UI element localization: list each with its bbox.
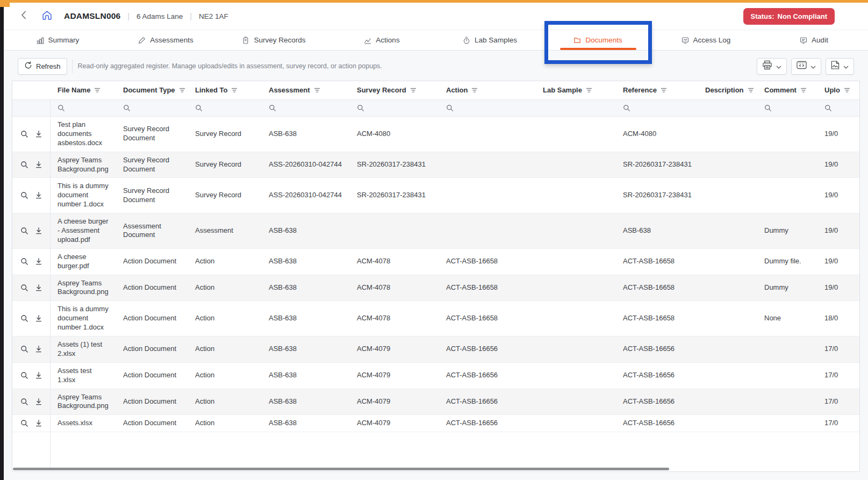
column-header-linked_to[interactable]: Linked To: [188, 86, 261, 95]
table-row[interactable]: Asprey Teams Background.pngAction Docume…: [12, 389, 859, 415]
preview-icon[interactable]: [20, 314, 28, 323]
filter-cell-survey_record[interactable]: [349, 104, 439, 112]
table-row[interactable]: Assets.xlsxAction DocumentActionASB-638A…: [12, 415, 859, 432]
download-icon[interactable]: [35, 284, 42, 292]
home-button[interactable]: [39, 9, 54, 24]
download-icon[interactable]: [35, 371, 42, 379]
breadcrumb-separator: |: [190, 12, 192, 20]
filter-cell-comment[interactable]: [757, 104, 817, 112]
horizontal-scrollbar[interactable]: [13, 468, 669, 470]
table-row[interactable]: Asprey Teams Background.pngSurvey Record…: [12, 152, 859, 178]
cell-reference: SR-20260317-238431: [615, 156, 698, 173]
table-row[interactable]: A cheese burger.pdfAction DocumentAction…: [12, 249, 859, 275]
download-icon[interactable]: [35, 257, 42, 266]
export-code-button[interactable]: [791, 58, 821, 75]
status-label: Status:: [751, 12, 774, 20]
column-header-file_name[interactable]: File Name: [50, 86, 116, 95]
preview-icon[interactable]: [20, 371, 28, 379]
header-filter-icon[interactable]: [748, 88, 754, 93]
breadcrumb-separator: |: [127, 12, 130, 20]
download-icon[interactable]: [35, 345, 42, 353]
tab-survey-records[interactable]: Survey Records: [220, 30, 328, 50]
header-filter-icon[interactable]: [231, 88, 238, 93]
preview-icon[interactable]: [20, 257, 28, 266]
column-header-document_type[interactable]: Document Type: [116, 86, 188, 95]
header-filter-icon[interactable]: [800, 88, 807, 93]
column-header-reference[interactable]: Reference: [615, 86, 698, 95]
tab-documents[interactable]: Documents: [544, 30, 652, 50]
column-header-survey_record[interactable]: Survey Record: [349, 86, 439, 95]
header-filter-icon[interactable]: [314, 88, 320, 93]
cell-lab_sample: [535, 258, 615, 266]
tab-audit[interactable]: Audit: [760, 30, 868, 50]
column-header-comment[interactable]: Comment: [757, 86, 817, 95]
table-row[interactable]: Test plan documents asbestos.docxSurvey …: [12, 117, 859, 152]
preview-icon[interactable]: [20, 227, 28, 235]
download-icon[interactable]: [35, 314, 42, 323]
header-filter-icon[interactable]: [661, 88, 667, 93]
download-icon[interactable]: [35, 161, 42, 169]
column-header-action[interactable]: Action: [439, 86, 535, 95]
filter-cell-action[interactable]: [439, 104, 535, 112]
download-icon[interactable]: [35, 227, 42, 235]
preview-icon[interactable]: [20, 419, 28, 427]
download-icon[interactable]: [35, 398, 42, 406]
filter-cell-linked_to[interactable]: [188, 104, 261, 112]
cell-linked_to: Action: [188, 393, 261, 410]
search-icon: [195, 104, 203, 112]
cell-action: ACT-ASB-16658: [439, 253, 535, 270]
cell-survey_record: ACM-4080: [349, 126, 439, 142]
column-header-label: Description: [705, 86, 744, 95]
filter-cell-document_type[interactable]: [116, 104, 188, 112]
cell-file_name: Assets.xlsx: [50, 415, 116, 432]
tab-summary[interactable]: Summary: [4, 30, 112, 50]
tab-assessments[interactable]: Assessments: [112, 30, 220, 50]
column-header-lab_sample[interactable]: Lab Sample: [535, 86, 615, 95]
tab-actions[interactable]: Actions: [328, 30, 436, 50]
header-filter-icon[interactable]: [179, 88, 185, 93]
column-header-assessment[interactable]: Assessment: [261, 86, 349, 95]
pencil-icon: [138, 37, 146, 44]
header-filter-icon[interactable]: [844, 88, 850, 93]
filter-cell-uploaded[interactable]: [817, 104, 860, 112]
search-icon: [446, 104, 454, 112]
tab-access-log[interactable]: Access Log: [652, 30, 760, 50]
export-buttons: [757, 58, 854, 75]
download-icon[interactable]: [35, 419, 42, 427]
filter-cell-file_name[interactable]: [50, 104, 116, 112]
back-button[interactable]: [17, 9, 31, 23]
table-row[interactable]: Assets (1) test 2.xlsxAction DocumentAct…: [12, 336, 859, 363]
filter-cell-reference[interactable]: [615, 104, 698, 112]
download-icon[interactable]: [35, 191, 42, 199]
preview-icon[interactable]: [20, 130, 28, 138]
preview-icon[interactable]: [20, 284, 28, 292]
table-row[interactable]: This is a dummy document number 1.docxSu…: [12, 178, 859, 213]
table-row[interactable]: This is a dummy document number 1.docxAc…: [12, 301, 859, 336]
table-row[interactable]: Asprey Teams Background.pngAction Docume…: [12, 275, 859, 302]
table-row[interactable]: Assets test 1.xlsxAction DocumentActionA…: [12, 363, 859, 389]
header-filter-icon[interactable]: [410, 88, 417, 93]
search-icon: [58, 104, 65, 112]
cell-survey_record: SR-20260317-238431: [349, 156, 439, 173]
column-header-label: Document Type: [123, 86, 175, 95]
preview-icon[interactable]: [20, 191, 28, 199]
preview-icon[interactable]: [20, 161, 28, 169]
header-filter-icon[interactable]: [586, 88, 592, 93]
header-filter-icon[interactable]: [94, 88, 101, 93]
column-header-description[interactable]: Description: [698, 86, 757, 95]
preview-icon[interactable]: [20, 398, 28, 406]
filter-cell-assessment[interactable]: [261, 104, 349, 112]
tab-lab-samples[interactable]: Lab Samples: [436, 30, 544, 50]
header-filter-icon[interactable]: [471, 88, 478, 93]
print-button[interactable]: [757, 58, 787, 75]
refresh-button[interactable]: Refresh: [18, 58, 67, 75]
export-image-button[interactable]: [826, 58, 854, 75]
column-header-uploaded[interactable]: Uplo: [817, 86, 860, 95]
search-icon: [357, 104, 364, 112]
table-row[interactable]: A cheese burger - Assessment upload.pdfA…: [12, 213, 859, 249]
preview-icon[interactable]: [20, 345, 28, 353]
refresh-icon: [24, 61, 32, 71]
cell-document_type: Action Document: [116, 415, 188, 432]
cell-document_type: Action Document: [116, 341, 188, 357]
download-icon[interactable]: [35, 130, 42, 138]
